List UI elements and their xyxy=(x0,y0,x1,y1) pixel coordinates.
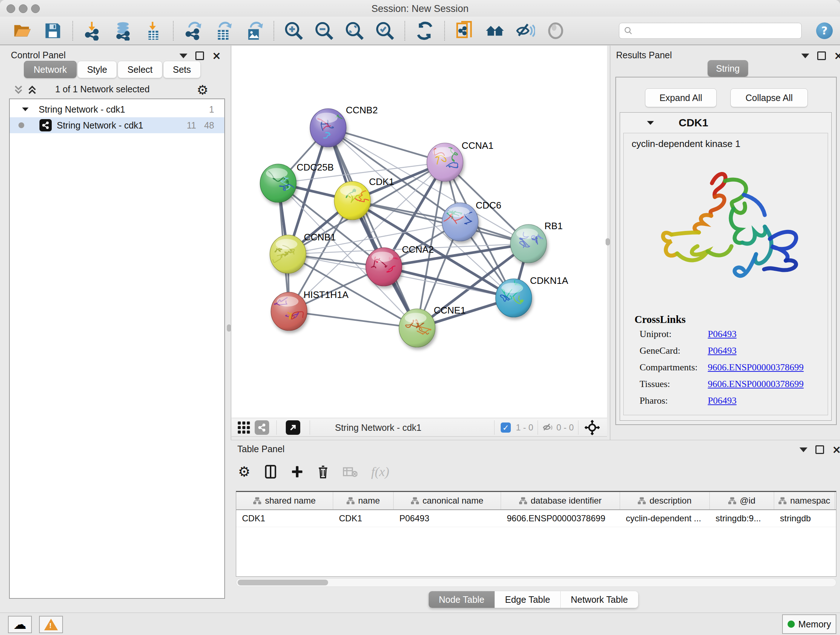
network-node-CCNB1[interactable] xyxy=(270,235,306,273)
tab-string[interactable]: String xyxy=(707,60,748,77)
tab-network-table[interactable]: Network Table xyxy=(561,591,638,608)
network-node-CDC6[interactable] xyxy=(442,203,478,241)
import-table-file-button[interactable] xyxy=(142,19,164,42)
warnings-button[interactable]: ! xyxy=(39,616,63,633)
selected-count-checkbox[interactable]: ✓ xyxy=(501,420,511,435)
card-collapse-icon[interactable] xyxy=(646,120,655,126)
open-session-button[interactable] xyxy=(11,19,34,42)
edge-HIST1H1A-CCNE1[interactable] xyxy=(289,311,417,328)
memory-button[interactable]: Memory xyxy=(782,614,836,634)
save-session-button[interactable] xyxy=(42,19,64,42)
home-networks-button[interactable] xyxy=(484,19,506,42)
column-header-namespac[interactable]: namespac xyxy=(774,492,835,509)
column-header-shared-name[interactable]: shared name xyxy=(236,492,333,509)
export-table-button[interactable] xyxy=(212,19,235,42)
zoom-out-button[interactable] xyxy=(313,19,335,42)
protein-name: CDK1 xyxy=(679,117,708,129)
network-row-selected[interactable]: String Network - cdk1 11 48 xyxy=(10,117,224,133)
table-cell[interactable]: stringdb xyxy=(774,510,835,527)
table-cell[interactable]: stringdb:9... xyxy=(710,510,774,527)
export-image-button[interactable] xyxy=(243,19,265,42)
hide-graphics-details-button[interactable] xyxy=(514,19,537,42)
column-header-canonical-name[interactable]: canonical name xyxy=(393,492,501,509)
network-node-HIST1H1A[interactable] xyxy=(271,292,307,331)
table-horizontal-scrollbar[interactable] xyxy=(236,578,836,587)
help-button[interactable]: ? xyxy=(816,22,833,39)
toolbar-separator xyxy=(404,21,405,41)
table-cell[interactable]: CDK1 xyxy=(236,510,333,527)
network-node-CDC25B[interactable] xyxy=(260,164,296,203)
refresh-layout-button[interactable] xyxy=(414,19,436,42)
crosslink-row: GeneCard: P06493 xyxy=(639,345,737,356)
tab-node-table[interactable]: Node Table xyxy=(429,591,495,608)
table-cell[interactable]: cyclin-dependent ... xyxy=(620,510,710,527)
show-columns-icon[interactable] xyxy=(264,464,277,479)
control-panel: Control Panel × Network Style Select Set… xyxy=(3,46,231,611)
close-panel-icon[interactable]: × xyxy=(212,52,221,59)
tab-style[interactable]: Style xyxy=(77,61,117,78)
collection-label: String Network - cdk1 xyxy=(39,104,125,115)
float-panel-icon[interactable] xyxy=(180,54,187,58)
left-splitter-handle[interactable] xyxy=(227,325,231,332)
show-grid-button[interactable] xyxy=(237,420,251,435)
close-panel-icon[interactable]: × xyxy=(834,52,840,59)
crosslink-link[interactable]: P06493 xyxy=(708,345,737,356)
network-canvas[interactable]: CCNB2CCNA1CDC25BCDK1CDC6RB1CCNB1CCNA2CDK… xyxy=(232,46,607,418)
close-panel-icon[interactable]: × xyxy=(832,446,840,453)
right-splitter-handle[interactable] xyxy=(606,238,610,245)
column-header--id[interactable]: @id xyxy=(710,492,774,509)
export-network-button[interactable] xyxy=(182,19,204,42)
column-header-description[interactable]: description xyxy=(620,492,710,509)
crosslink-link[interactable]: P06493 xyxy=(708,395,737,406)
cloud-status-button[interactable]: ☁ xyxy=(8,616,32,633)
scrollbar-thumb[interactable] xyxy=(238,580,328,585)
collection-expand-icon[interactable] xyxy=(21,106,29,112)
network-node-CCNA2[interactable] xyxy=(366,248,403,286)
import-network-database-button[interactable] xyxy=(112,19,134,42)
tab-sets[interactable]: Sets xyxy=(163,61,201,78)
fit-selected-crosshair-button[interactable] xyxy=(584,420,600,435)
duplicate-network-document-button[interactable] xyxy=(453,19,476,42)
expand-all-button[interactable]: Expand All xyxy=(645,88,717,107)
maximize-panel-icon[interactable] xyxy=(195,51,204,60)
column-header-database-identifier[interactable]: database identifier xyxy=(501,492,620,509)
network-node-CCNB2[interactable] xyxy=(310,109,352,147)
network-node-CDKN1A[interactable] xyxy=(496,279,532,317)
crosslink-row: Uniprot: P06493 xyxy=(639,329,737,340)
network-node-CCNA1[interactable] xyxy=(427,143,463,181)
tab-edge-table[interactable]: Edge Table xyxy=(495,591,561,608)
birdseye-view-button[interactable] xyxy=(286,420,300,435)
create-column-plus-icon[interactable] xyxy=(291,465,303,478)
search-input[interactable] xyxy=(633,25,797,36)
crosslink-link[interactable]: P06493 xyxy=(708,329,737,339)
import-network-file-button[interactable] xyxy=(81,19,104,42)
hidden-eye-icon[interactable] xyxy=(542,420,554,435)
network-node-RB1[interactable] xyxy=(510,225,546,263)
float-panel-icon[interactable] xyxy=(799,448,807,452)
column-header-name[interactable]: name xyxy=(333,492,393,509)
maximize-panel-icon[interactable] xyxy=(817,51,826,60)
toolbar-separator xyxy=(444,21,445,41)
zoom-selected-button[interactable] xyxy=(374,19,396,42)
eye-button[interactable] xyxy=(545,19,567,42)
tab-network[interactable]: Network xyxy=(24,61,77,78)
crosslink-link[interactable]: 9606.ENSP00000378699 xyxy=(708,379,804,389)
table-cell[interactable]: CDK1 xyxy=(333,510,393,527)
table-row[interactable]: CDK1CDK1P064939606.ENSP00000378699cyclin… xyxy=(236,510,836,527)
float-panel-icon[interactable] xyxy=(801,54,809,58)
delete-column-trash-icon[interactable] xyxy=(317,464,329,479)
network-node-CCNE1[interactable] xyxy=(399,309,435,347)
network-options-gear-icon[interactable]: ⚙ xyxy=(197,82,208,97)
network-node-CDK1[interactable] xyxy=(334,181,373,220)
crosslink-link[interactable]: 9606.ENSP00000378699 xyxy=(708,362,804,372)
zoom-fit-button[interactable] xyxy=(343,19,366,42)
network-share-button[interactable] xyxy=(255,420,269,435)
table-cell[interactable]: P06493 xyxy=(393,510,501,527)
zoom-in-button[interactable] xyxy=(283,19,305,42)
collapse-all-button[interactable]: Collapse All xyxy=(730,88,808,107)
maximize-panel-icon[interactable] xyxy=(815,445,824,454)
network-collection-row[interactable]: String Network - cdk1 1 xyxy=(10,101,224,117)
table-options-gear-icon[interactable]: ⚙ xyxy=(238,464,250,480)
tab-select[interactable]: Select xyxy=(118,61,162,78)
table-cell[interactable]: 9606.ENSP00000378699 xyxy=(501,510,620,527)
